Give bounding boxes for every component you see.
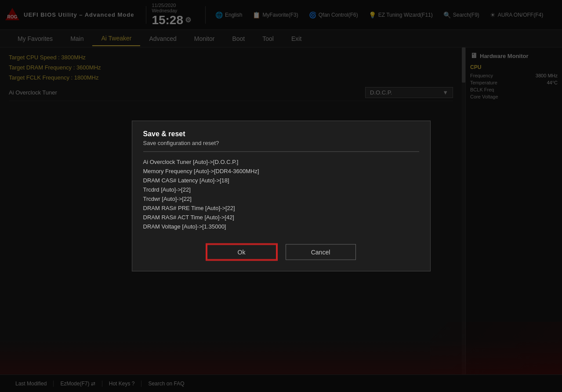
changes-list: Ai Overclock Tuner [Auto]->[D.O.C.P.] Me…: [143, 157, 419, 231]
dialog-title: Save & reset: [143, 130, 419, 138]
change-item-7: DRAM RAS# ACT Time [Auto]->[42]: [143, 213, 419, 222]
change-item-2: Memory Frequency [Auto]->[DDR4-3600MHz]: [143, 167, 419, 176]
cancel-button[interactable]: Cancel: [286, 244, 356, 260]
dialog-subtitle: Save configuration and reset?: [143, 140, 419, 146]
dialog-buttons: Ok Cancel: [143, 244, 419, 260]
change-item-3: DRAM CAS# Latency [Auto]->[18]: [143, 176, 419, 185]
change-item-4: Trcdrd [Auto]->[22]: [143, 185, 419, 194]
change-item-1: Ai Overclock Tuner [Auto]->[D.O.C.P.]: [143, 157, 419, 167]
save-reset-dialog: Save & reset Save configuration and rese…: [132, 121, 431, 272]
change-item-6: DRAM RAS# PRE Time [Auto]->[22]: [143, 203, 419, 213]
ok-button[interactable]: Ok: [207, 244, 277, 260]
change-item-5: Trcdwr [Auto]->[22]: [143, 194, 419, 203]
change-item-8: DRAM Voltage [Auto]->[1.35000]: [143, 222, 419, 231]
dialog-divider: [143, 152, 419, 152]
